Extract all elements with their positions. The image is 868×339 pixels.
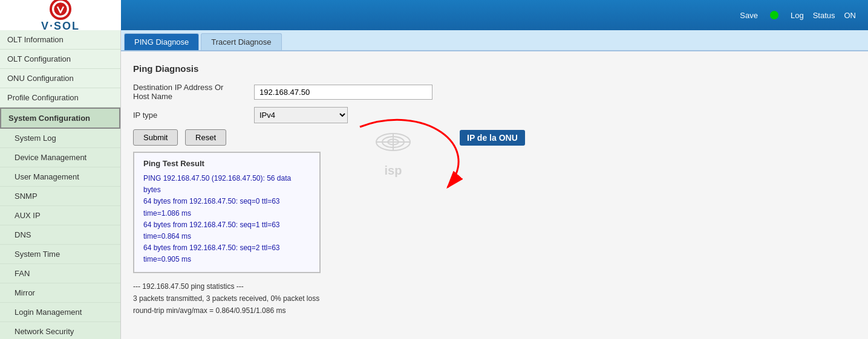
- ip-type-label: IP type: [133, 111, 254, 120]
- ping-line: 64 bytes from 192.168.47.50: seq=0 ttl=6…: [143, 196, 310, 219]
- sidebar-item-snmp[interactable]: SNMP: [0, 187, 120, 206]
- ping-result-title: Ping Test Result: [143, 159, 310, 168]
- isp-label: isp: [385, 164, 402, 178]
- reset-button[interactable]: Reset: [185, 129, 226, 146]
- log-link[interactable]: Log: [791, 11, 804, 20]
- ping-stat-line: 3 packets transmitted, 3 packets receive…: [133, 292, 856, 305]
- logo-area: V·SOL: [0, 0, 121, 30]
- ip-type-row: IP type IPv4 IPv6: [133, 107, 856, 123]
- header-right: Save Log Status ON: [740, 11, 856, 20]
- status-indicator: [770, 11, 778, 19]
- sidebar-item-system-time[interactable]: System Time: [0, 245, 120, 264]
- dest-ip-row: Destination IP Address OrHost Name: [133, 83, 856, 101]
- section-title: Ping Diagnosis: [133, 63, 856, 74]
- vsol-logo: V·SOL: [41, 0, 80, 33]
- tab-ping[interactable]: PING Diagnose: [124, 33, 199, 50]
- sidebar-item-olt-config[interactable]: OLT Configuration: [0, 50, 120, 69]
- header: V·SOL Save Log Status ON: [0, 0, 868, 30]
- isp-area: isp: [375, 124, 411, 178]
- sidebar-item-login-mgmt[interactable]: Login Management: [0, 303, 120, 322]
- sidebar-item-fan[interactable]: FAN: [0, 264, 120, 283]
- onu-badge: IP de la ONU: [460, 130, 525, 146]
- sidebar-item-device-mgmt[interactable]: Device Management: [0, 148, 120, 167]
- content-area: Ping Diagnosis Destination IP Address Or…: [121, 51, 868, 329]
- isp-icon: [375, 124, 411, 164]
- sidebar: OLT InformationOLT ConfigurationONU Conf…: [0, 30, 121, 339]
- tab-tracert[interactable]: Tracert Diagnose: [201, 33, 281, 50]
- submit-button[interactable]: Submit: [133, 129, 178, 146]
- ping-stats: --- 192.168.47.50 ping statistics ---3 p…: [133, 280, 856, 317]
- ip-type-select[interactable]: IPv4 IPv6: [254, 107, 348, 123]
- dest-ip-input[interactable]: [254, 85, 432, 100]
- sidebar-item-network-security[interactable]: Network Security: [0, 322, 120, 339]
- ping-line: 64 bytes from 192.168.47.50: seq=1 ttl=6…: [143, 219, 310, 242]
- ping-result-box: Ping Test Result PING 192.168.47.50 (192…: [133, 152, 321, 273]
- sidebar-item-olt-info[interactable]: OLT Information: [0, 30, 120, 50]
- sidebar-item-onu-config[interactable]: ONU Configuration: [0, 69, 120, 88]
- status-link[interactable]: Status: [813, 11, 835, 20]
- ping-line: PING 192.168.47.50 (192.168.47.50): 56 d…: [143, 173, 310, 196]
- ping-line: 64 bytes from 192.168.47.50: seq=2 ttl=6…: [143, 242, 310, 265]
- sidebar-item-dns[interactable]: DNS: [0, 225, 120, 245]
- sidebar-item-aux-ip[interactable]: AUX IP: [0, 206, 120, 225]
- tab-bar: PING DiagnoseTracert Diagnose: [121, 30, 868, 51]
- header-links: Log Status ON: [791, 11, 856, 20]
- svg-point-0: [53, 2, 68, 16]
- main-layout: OLT InformationOLT ConfigurationONU Conf…: [0, 30, 868, 339]
- sidebar-item-profile-config[interactable]: Profile Configuration: [0, 88, 120, 108]
- main-content: PING DiagnoseTracert Diagnose Ping Diagn…: [121, 30, 868, 339]
- sidebar-item-mirror[interactable]: Mirror: [0, 283, 120, 303]
- sidebar-item-user-mgmt[interactable]: User Management: [0, 167, 120, 187]
- on-label: ON: [844, 11, 857, 20]
- logo-circle: [50, 0, 71, 20]
- sidebar-item-system-log[interactable]: System Log: [0, 129, 120, 148]
- sidebar-item-system-config[interactable]: System Configuration: [0, 108, 120, 129]
- ping-stat-line: round-trip min/avg/max = 0.864/0.951/1.0…: [133, 305, 856, 317]
- ping-stat-line: --- 192.168.47.50 ping statistics ---: [133, 280, 856, 292]
- dest-ip-label: Destination IP Address OrHost Name: [133, 83, 254, 101]
- vsol-brand-text: V·SOL: [41, 20, 80, 33]
- save-button[interactable]: Save: [740, 11, 758, 20]
